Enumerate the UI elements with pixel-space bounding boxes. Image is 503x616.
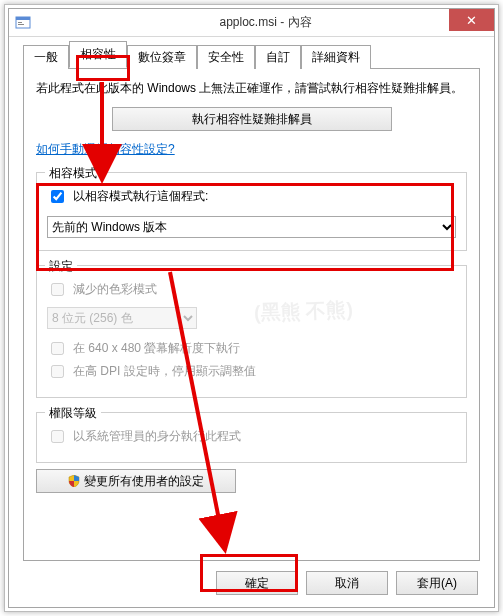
tab-general[interactable]: 一般 <box>23 45 69 69</box>
checkbox-label: 減少的色彩模式 <box>73 281 157 298</box>
apply-button[interactable]: 套用(A) <box>396 571 478 595</box>
group-title: 權限等級 <box>45 405 101 422</box>
button-label: 取消 <box>335 576 359 590</box>
titlebar: apploc.msi - 內容 ✕ <box>9 9 494 37</box>
hint-text: 若此程式在此版本的 Windows 上無法正確運作，請嘗試執行相容性疑難排解員。 <box>36 79 467 97</box>
tab-label: 詳細資料 <box>312 50 360 64</box>
group-title: 設定 <box>45 258 77 275</box>
help-link[interactable]: 如何手動選擇相容性設定? <box>36 141 175 158</box>
checkbox-label: 在高 DPI 設定時，停用顯示調整值 <box>73 363 256 380</box>
group-privilege: 權限等級 以系統管理員的身分執行此程式 <box>36 412 467 463</box>
tab-label: 相容性 <box>80 47 116 61</box>
compat-mode-select[interactable]: 先前的 Windows 版本 <box>47 216 456 238</box>
tab-security[interactable]: 安全性 <box>197 45 255 69</box>
tab-label: 安全性 <box>208 50 244 64</box>
svg-rect-1 <box>16 17 30 20</box>
checkbox-label: 以相容模式執行這個程式: <box>73 188 208 205</box>
checkbox-label: 在 640 x 480 螢幕解析度下執行 <box>73 340 240 357</box>
link-label: 如何手動選擇相容性設定? <box>36 142 175 156</box>
group-title: 相容模式 <box>45 165 101 182</box>
cancel-button[interactable]: 取消 <box>306 571 388 595</box>
highdpi-checkbox <box>51 365 64 378</box>
reduced-color-checkbox-row: 減少的色彩模式 <box>47 280 456 299</box>
compat-mode-checkbox-row[interactable]: 以相容模式執行這個程式: <box>47 187 456 206</box>
tab-details[interactable]: 詳細資料 <box>301 45 371 69</box>
tab-compatibility[interactable]: 相容性 <box>69 41 127 68</box>
tab-body: 若此程式在此版本的 Windows 上無法正確運作，請嘗試執行相容性疑難排解員。… <box>23 69 480 561</box>
res640-checkbox <box>51 342 64 355</box>
dialog-button-row: 確定 取消 套用(A) <box>23 561 480 597</box>
tabstrip: 一般 相容性 數位簽章 安全性 自訂 詳細資料 <box>23 45 480 69</box>
close-button[interactable]: ✕ <box>449 9 494 31</box>
svg-rect-3 <box>18 24 24 25</box>
tab-label: 數位簽章 <box>138 50 186 64</box>
button-label: 變更所有使用者的設定 <box>84 473 204 490</box>
compat-mode-checkbox[interactable] <box>51 190 64 203</box>
checkbox-label: 以系統管理員的身分執行此程式 <box>73 428 241 445</box>
close-icon: ✕ <box>466 13 477 28</box>
group-settings: 設定 減少的色彩模式 8 位元 (256) 色 在 640 x 480 螢幕解析… <box>36 265 467 398</box>
window-title: apploc.msi - 內容 <box>37 14 494 31</box>
button-label: 執行相容性疑難排解員 <box>192 112 312 126</box>
shield-icon <box>68 475 80 487</box>
properties-window: apploc.msi - 內容 ✕ 一般 相容性 數位簽章 安全性 自訂 詳細資… <box>8 8 495 608</box>
color-bits-select: 8 位元 (256) 色 <box>47 307 197 329</box>
run-as-admin-checkbox <box>51 430 64 443</box>
tab-custom[interactable]: 自訂 <box>255 45 301 69</box>
run-as-admin-checkbox-row: 以系統管理員的身分執行此程式 <box>47 427 456 446</box>
tab-digital-signatures[interactable]: 數位簽章 <box>127 45 197 69</box>
svg-rect-2 <box>18 22 22 23</box>
content-area: 一般 相容性 數位簽章 安全性 自訂 詳細資料 若此程式在此版本的 Window… <box>9 37 494 607</box>
change-all-users-button[interactable]: 變更所有使用者的設定 <box>36 469 236 493</box>
button-label: 套用(A) <box>417 576 457 590</box>
ok-button[interactable]: 確定 <box>216 571 298 595</box>
group-compat-mode: 相容模式 以相容模式執行這個程式: 先前的 Windows 版本 <box>36 172 467 251</box>
run-troubleshooter-button[interactable]: 執行相容性疑難排解員 <box>112 107 392 131</box>
highdpi-checkbox-row: 在高 DPI 設定時，停用顯示調整值 <box>47 362 456 381</box>
button-label: 確定 <box>245 576 269 590</box>
reduced-color-checkbox <box>51 283 64 296</box>
tab-label: 一般 <box>34 50 58 64</box>
tab-label: 自訂 <box>266 50 290 64</box>
app-icon <box>15 15 31 31</box>
res640-checkbox-row: 在 640 x 480 螢幕解析度下執行 <box>47 339 456 358</box>
